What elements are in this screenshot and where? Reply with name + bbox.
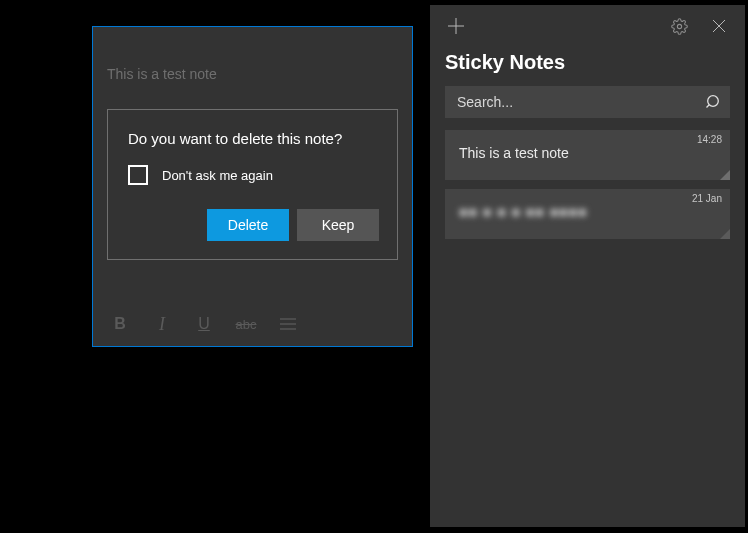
note-card-time: 14:28 bbox=[697, 134, 722, 145]
dont-ask-again-label: Don't ask me again bbox=[162, 168, 273, 183]
svg-point-5 bbox=[677, 24, 681, 28]
close-panel-button[interactable] bbox=[699, 5, 739, 47]
underline-button[interactable]: U bbox=[183, 302, 225, 346]
checkbox-box[interactable] bbox=[128, 165, 148, 185]
panel-title: Sticky Notes bbox=[430, 47, 745, 86]
settings-button[interactable] bbox=[659, 5, 699, 47]
dialog-title: Do you want to delete this note? bbox=[128, 130, 379, 147]
format-toolbar: B I U abc bbox=[93, 302, 412, 346]
gear-icon bbox=[671, 18, 688, 35]
note-body[interactable]: This is a test note Do you want to delet… bbox=[93, 27, 412, 303]
svg-line-9 bbox=[707, 105, 710, 108]
dialog-actions: Delete Keep bbox=[128, 209, 379, 241]
notes-list-panel: Sticky Notes Search... 14:28 This is a t… bbox=[430, 5, 745, 527]
note-card-fold-icon bbox=[720, 170, 730, 180]
close-icon bbox=[713, 20, 725, 32]
bold-button[interactable]: B bbox=[99, 302, 141, 346]
search-icon bbox=[706, 94, 722, 110]
note-content-text: This is a test note bbox=[107, 41, 398, 82]
svg-point-8 bbox=[708, 96, 719, 107]
bullet-list-button[interactable] bbox=[267, 302, 309, 346]
note-card-text: ■■ ■ ■ ■ ■■ ■■■■ bbox=[459, 204, 720, 220]
search-placeholder: Search... bbox=[457, 94, 706, 110]
note-card-fold-icon bbox=[720, 229, 730, 239]
keep-button[interactable]: Keep bbox=[297, 209, 379, 241]
plus-icon bbox=[448, 18, 464, 34]
new-note-button[interactable] bbox=[436, 5, 476, 47]
note-card-text: This is a test note bbox=[459, 145, 720, 161]
delete-note-dialog: Do you want to delete this note? Don't a… bbox=[107, 109, 398, 260]
panel-titlebar bbox=[430, 5, 745, 47]
list-icon bbox=[280, 318, 296, 330]
dont-ask-again-checkbox[interactable]: Don't ask me again bbox=[128, 165, 379, 185]
italic-button[interactable]: I bbox=[141, 302, 183, 346]
note-card-time: 21 Jan bbox=[692, 193, 722, 204]
note-card[interactable]: 21 Jan ■■ ■ ■ ■ ■■ ■■■■ bbox=[445, 189, 730, 239]
delete-button[interactable]: Delete bbox=[207, 209, 289, 241]
note-window: This is a test note Do you want to delet… bbox=[92, 26, 413, 347]
search-input[interactable]: Search... bbox=[445, 86, 730, 118]
strikethrough-button[interactable]: abc bbox=[225, 302, 267, 346]
note-list: 14:28 This is a test note 21 Jan ■■ ■ ■ … bbox=[430, 130, 745, 239]
note-card[interactable]: 14:28 This is a test note bbox=[445, 130, 730, 180]
